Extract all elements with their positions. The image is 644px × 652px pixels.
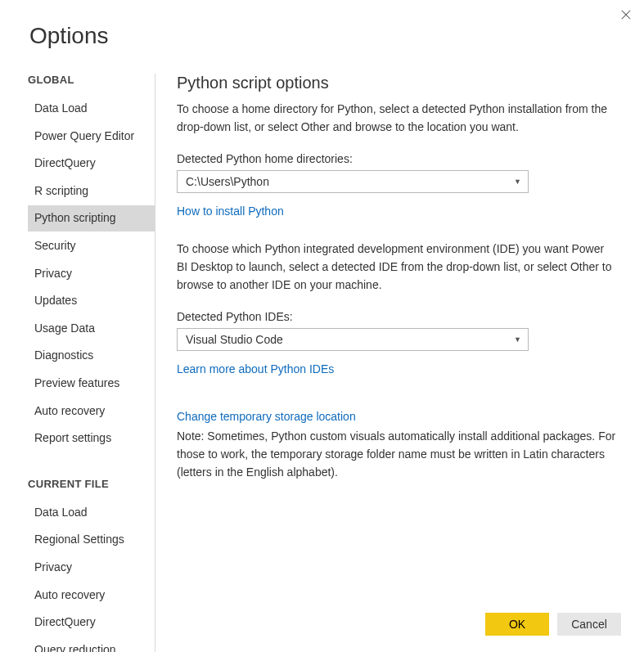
ide-description: To choose which Python integrated develo… <box>177 241 616 294</box>
sidebar-item-security[interactable]: Security <box>28 233 155 259</box>
home-dir-value: C:\Users\Python <box>186 175 269 188</box>
sidebar-item-cf-query-reduction[interactable]: Query reduction <box>28 637 155 652</box>
close-icon <box>620 9 632 20</box>
sidebar-item-report-settings[interactable]: Report settings <box>28 425 155 452</box>
sidebar-header-global: GLOBAL <box>28 74 155 86</box>
sidebar-item-diagnostics[interactable]: Diagnostics <box>28 343 155 369</box>
window-title: Options <box>0 0 644 49</box>
sidebar-item-preview-features[interactable]: Preview features <box>28 371 155 397</box>
install-python-link[interactable]: How to install Python <box>177 205 284 218</box>
sidebar-item-cf-auto-recovery[interactable]: Auto recovery <box>28 582 155 609</box>
sidebar-item-updates[interactable]: Updates <box>28 288 155 314</box>
sidebar-item-usage-data[interactable]: Usage Data <box>28 316 155 342</box>
ide-label: Detected Python IDEs: <box>177 310 616 323</box>
sidebar-item-cf-data-load[interactable]: Data Load <box>28 500 155 526</box>
python-ides-link[interactable]: Learn more about Python IDEs <box>177 362 334 375</box>
sidebar-header-current-file: CURRENT FILE <box>28 478 155 490</box>
ok-button[interactable]: OK <box>485 613 549 636</box>
sidebar-item-cf-regional-settings[interactable]: Regional Settings <box>28 527 155 553</box>
sidebar-item-cf-privacy[interactable]: Privacy <box>28 555 155 581</box>
ide-value: Visual Studio Code <box>186 333 283 346</box>
home-dir-dropdown[interactable]: C:\Users\Python ▼ <box>177 170 529 193</box>
storage-note: Note: Sometimes, Python custom visuals a… <box>177 428 616 481</box>
home-dir-description: To choose a home directory for Python, s… <box>177 101 616 136</box>
main-panel: Python script options To choose a home d… <box>155 74 644 652</box>
sidebar-item-cf-directquery[interactable]: DirectQuery <box>28 609 155 636</box>
home-dir-label: Detected Python home directories: <box>177 152 616 165</box>
cancel-button[interactable]: Cancel <box>557 613 621 636</box>
sidebar-item-directquery[interactable]: DirectQuery <box>28 151 155 177</box>
chevron-down-icon: ▼ <box>514 335 521 344</box>
close-button[interactable] <box>618 7 634 23</box>
sidebar-item-r-scripting[interactable]: R scripting <box>28 178 155 205</box>
dialog-footer: OK Cancel <box>485 613 621 636</box>
sidebar-item-privacy[interactable]: Privacy <box>28 261 155 287</box>
chevron-down-icon: ▼ <box>514 178 521 186</box>
sidebar-item-data-load[interactable]: Data Load <box>28 96 155 122</box>
ide-dropdown[interactable]: Visual Studio Code ▼ <box>177 328 529 351</box>
sidebar: GLOBAL Data Load Power Query Editor Dire… <box>0 74 155 652</box>
sidebar-item-power-query-editor[interactable]: Power Query Editor <box>28 124 155 150</box>
page-heading: Python script options <box>177 74 616 92</box>
sidebar-item-python-scripting[interactable]: Python scripting <box>28 205 155 232</box>
storage-location-link[interactable]: Change temporary storage location <box>177 410 356 423</box>
sidebar-item-auto-recovery[interactable]: Auto recovery <box>28 398 155 425</box>
